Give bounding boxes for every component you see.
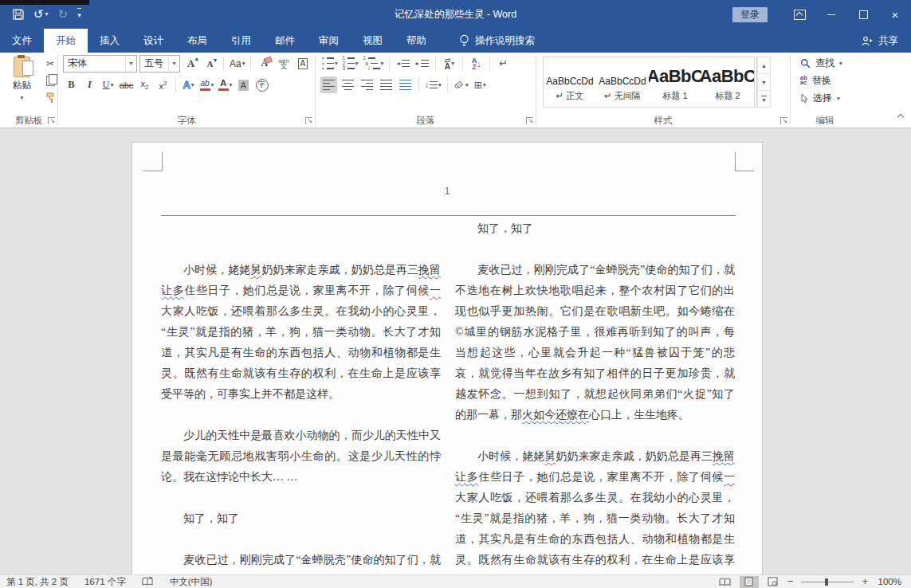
justify-button[interactable] — [378, 76, 395, 93]
decrease-indent-button[interactable]: ◂ — [395, 55, 411, 72]
font-dialog-launcher[interactable]: ↘ — [305, 117, 312, 124]
doc-line[interactable]: 论。我在这悖论中长大… … — [161, 467, 441, 488]
doc-line[interactable]: 灵。既然有生命就该有生存的权利，在生命上是应该享 — [161, 363, 441, 384]
tell-me-search[interactable]: 操作说明搜索 — [446, 29, 535, 53]
zoom-level[interactable]: 100% — [873, 577, 901, 586]
align-left-button[interactable] — [320, 76, 337, 93]
shrink-font-button[interactable]: A▼ — [202, 55, 218, 72]
save-button[interactable] — [13, 9, 24, 20]
bullets-button[interactable]: •••▾ — [320, 55, 339, 72]
copy-button[interactable] — [43, 74, 57, 87]
change-case-button[interactable]: Aa▾ — [229, 55, 245, 72]
tab-layout[interactable]: 布局 — [175, 29, 219, 53]
paste-button[interactable]: 粘贴 ▾ — [6, 57, 38, 104]
styles-dialog-launcher[interactable]: ↘ — [780, 117, 787, 124]
document-page[interactable]: 1 小时候，姥姥舅奶奶来家走亲戚，奶奶总是再三挽留让多住些日子，她们总是说，家里… — [132, 142, 763, 575]
doc-line[interactable]: “生灵”就是指的猪，羊，狗，猫一类动物。长大了才知 — [455, 508, 735, 529]
close-button[interactable]: × — [879, 0, 911, 29]
doc-line[interactable]: 小时候，姥姥舅奶奶来家走亲戚，奶奶总是再三挽留 — [455, 446, 735, 467]
borders-button[interactable]: ⊞▾ — [472, 76, 489, 93]
subscript-button[interactable]: x2 — [136, 76, 153, 93]
sort-button[interactable]: AZ↓ — [468, 55, 485, 72]
tab-mailings[interactable]: 邮件 — [263, 29, 307, 53]
cut-button[interactable]: ✂ — [43, 57, 57, 70]
doc-line[interactable]: 当想起这些，心里就会升起一种“猛兽被囚于笼”的悲 — [455, 343, 735, 363]
text-effects-button[interactable]: A▾ — [180, 76, 197, 93]
character-shading-button[interactable]: A — [235, 76, 252, 93]
doc-line[interactable]: “生灵”就是指的猪，羊，狗，猫一类动物。长大了才知 — [161, 322, 441, 343]
ribbon-display-options-button[interactable] — [783, 0, 815, 29]
doc-line[interactable]: 小时候，姥姥舅奶奶来家走亲戚，奶奶总是再三挽留 — [161, 260, 441, 280]
doc-line[interactable]: 知了，知了 — [455, 218, 735, 239]
font-name-dropdown-icon[interactable]: ▾ — [125, 56, 136, 72]
style-card-正文[interactable]: AaBbCcDd↵ 正文 — [544, 57, 596, 107]
undo-button[interactable]: ↺▾ — [33, 9, 49, 20]
font-size-dropdown-icon[interactable]: ▾ — [168, 56, 179, 72]
tab-design[interactable]: 设计 — [132, 29, 175, 53]
numbering-button[interactable]: 123▾ — [341, 55, 359, 72]
tab-review[interactable]: 审阅 — [307, 29, 351, 53]
doc-line[interactable] — [161, 529, 441, 550]
undo-dropdown-icon[interactable]: ▾ — [45, 9, 49, 20]
styles-scroll-down-button[interactable]: ▼ — [757, 74, 771, 91]
web-layout-button[interactable] — [764, 576, 783, 588]
doc-line[interactable]: 道，其实凡是有生命的东西包括人、动物和植物都是生 — [455, 529, 735, 550]
tab-file[interactable]: 文件 — [0, 29, 44, 53]
show-hide-marks-button[interactable]: ↵ — [495, 55, 512, 72]
tab-help[interactable]: 帮助 — [395, 29, 438, 53]
select-button[interactable]: 选择▾ — [791, 89, 859, 107]
doc-line[interactable]: 麦收已过，刚刚完成了“金蝉脱壳”使命的知了们，就忙 — [455, 260, 735, 280]
tab-references[interactable]: 引用 — [219, 29, 263, 53]
multilevel-list-button[interactable]: 1ai▾ — [362, 55, 385, 72]
align-right-button[interactable] — [359, 76, 375, 93]
doc-line[interactable]: 受平等的，可事实上并不都是这样。 — [161, 384, 441, 405]
zoom-in-button[interactable]: + — [862, 578, 868, 586]
asian-layout-button[interactable]: ⇄A▾ — [441, 55, 457, 72]
replace-button[interactable]: abac 替换 — [791, 72, 859, 89]
print-layout-button[interactable] — [740, 576, 759, 588]
doc-line[interactable]: 的那一幕，那火如今还燎在心口上，生生地疼。 — [455, 405, 735, 425]
zoom-slider-thumb[interactable] — [825, 578, 828, 586]
text-highlight-button[interactable]: ab▾ — [198, 76, 215, 93]
zoom-out-button[interactable]: − — [787, 578, 794, 586]
customize-quick-access-button[interactable]: ▾ — [77, 8, 81, 21]
doc-line[interactable]: 越发怀念。一想到知了，就想起伙同弟弟们“火捉”知了 — [455, 384, 735, 405]
zoom-slider[interactable] — [801, 582, 854, 582]
collapse-ribbon-button[interactable] — [898, 108, 903, 123]
phonetic-guide-button[interactable]: wén文 — [275, 55, 292, 72]
doc-line[interactable]: 道，其实凡是有生命的东西包括人、动物和植物都是生 — [161, 343, 441, 363]
doc-line[interactable]: 哀，就觉得当年在故乡有知了相伴的日子更加珍贵，就 — [455, 363, 735, 384]
style-card-标题 1[interactable]: AaBbC标题 1 — [649, 57, 701, 107]
minimize-button[interactable] — [815, 0, 847, 29]
doc-line[interactable] — [455, 425, 735, 446]
share-button[interactable]: 共享 — [862, 29, 911, 53]
style-card-无间隔[interactable]: AaBbCcDd↵ 无间隔 — [596, 57, 649, 107]
character-border-button[interactable]: A — [294, 55, 311, 72]
font-size-combo[interactable]: 五号 ▾ — [139, 55, 180, 73]
find-button[interactable]: 查找▾ — [791, 54, 859, 72]
doc-line[interactable] — [161, 218, 441, 239]
paragraph-dialog-launcher[interactable]: ↘ — [526, 117, 533, 124]
distributed-button[interactable] — [397, 76, 414, 93]
font-name-combo[interactable]: 宋体 ▾ — [63, 55, 137, 73]
doc-line[interactable]: 让多住些日子，她们总是说，家里离不开，除了伺候一 — [455, 467, 735, 488]
underline-button[interactable]: U▾ — [100, 76, 116, 93]
tab-insert[interactable]: 插入 — [88, 29, 132, 53]
language-indicator[interactable]: 中文(中国) — [170, 576, 213, 588]
doc-line[interactable]: ©城里的钢筋水泥格子里，很难再听到知了的叫声，每 — [455, 322, 735, 343]
bold-button[interactable]: B — [63, 76, 80, 93]
line-spacing-button[interactable]: ↕▾ — [424, 76, 442, 93]
doc-line[interactable]: 大家人吃饭，还喂着那么多生灵。在我幼小的心灵里， — [161, 301, 441, 322]
doc-line[interactable]: 少儿的天性中是最喜欢小动物的，而少儿的天性中又 — [161, 425, 441, 446]
doc-line[interactable] — [161, 405, 441, 425]
proofing-status[interactable] — [142, 576, 154, 588]
clear-formatting-button[interactable]: A — [256, 55, 273, 72]
style-card-标题 2[interactable]: AaBbC标题 2 — [701, 57, 754, 107]
clipboard-dialog-launcher[interactable]: ↘ — [48, 117, 55, 124]
align-center-button[interactable] — [340, 76, 356, 93]
page-indicator[interactable]: 第 1 页, 共 2 页 — [6, 576, 69, 588]
tab-view[interactable]: 视图 — [351, 29, 395, 53]
doc-line[interactable]: 知了，知了 — [161, 508, 441, 529]
doc-line[interactable]: 麦收已过，刚刚完成了“金蝉脱壳”使命的知了们，就忙 — [161, 550, 441, 570]
doc-line[interactable] — [455, 239, 735, 260]
